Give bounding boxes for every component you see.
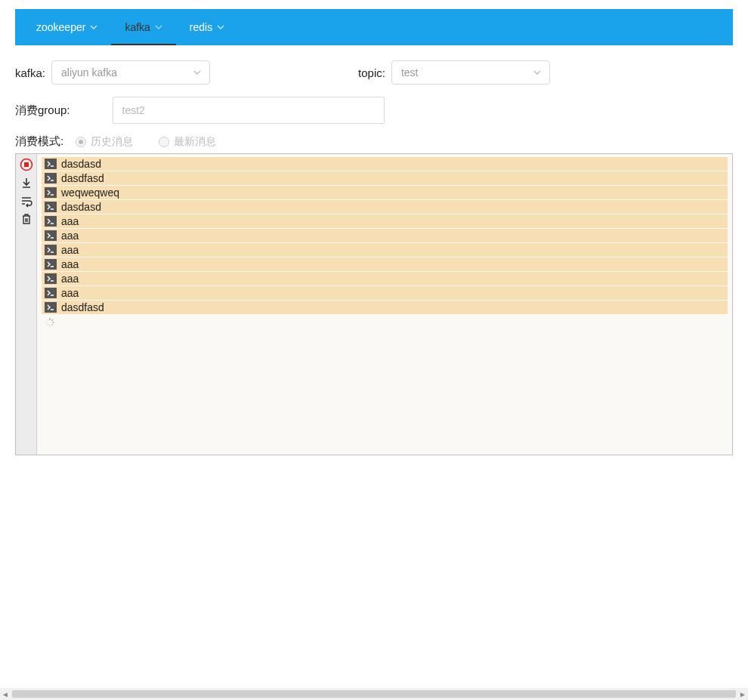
horizontal-scrollbar[interactable]: ◄ ►	[0, 688, 748, 700]
nav-item-kafka[interactable]: kafka	[111, 9, 175, 45]
scroll-down-icon	[20, 176, 33, 190]
top-nav: zookeeper kafka redis	[15, 9, 733, 45]
terminal-icon	[45, 273, 57, 284]
log-message: dasdfasd	[61, 172, 104, 184]
kafka-label: kafka:	[15, 66, 45, 79]
log-row: weqweqweq	[42, 186, 728, 199]
kafka-select-value: aliyun kafka	[61, 66, 117, 79]
svg-rect-1	[24, 162, 29, 167]
radio-latest[interactable]: 最新消息	[159, 135, 216, 149]
nav-item-zookeeper[interactable]: zookeeper	[23, 9, 111, 45]
log-message: dasdasd	[61, 158, 101, 170]
log-message: aaa	[61, 230, 79, 242]
chevron-down-icon	[533, 68, 542, 77]
loading-spinner-icon	[45, 317, 55, 328]
scroll-right-icon[interactable]: ►	[737, 689, 748, 699]
log-message: aaa	[61, 244, 79, 256]
topic-select-value: test	[401, 66, 419, 79]
terminal-icon	[45, 245, 57, 255]
terminal-icon	[45, 202, 57, 212]
terminal-icon	[45, 288, 57, 298]
terminal-icon	[45, 216, 57, 227]
log-row: aaa	[42, 272, 728, 285]
radio-label: 历史消息	[91, 135, 133, 149]
topic-label: topic:	[358, 66, 385, 79]
chevron-down-icon	[217, 23, 224, 31]
log-message: aaa	[61, 273, 79, 285]
nav-label: kafka	[125, 21, 150, 33]
terminal-icon	[45, 259, 57, 270]
log-row: aaa	[42, 257, 728, 271]
trash-icon	[20, 212, 33, 226]
log-message: dasdfasd	[61, 301, 104, 313]
terminal-icon	[45, 159, 57, 169]
radio-label: 最新消息	[174, 135, 216, 149]
console-body[interactable]: dasdasddasdfasdweqweqweqdasdasdaaaaaaaaa…	[37, 154, 732, 455]
log-row: dasdfasd	[42, 171, 728, 185]
console-toolbar	[16, 154, 37, 455]
log-row: dasdfasd	[42, 301, 728, 314]
group-label: 消费group:	[15, 103, 70, 118]
log-row: aaa	[42, 229, 728, 242]
nav-label: zookeeper	[36, 21, 85, 33]
log-row: dasdasd	[42, 200, 728, 214]
chevron-down-icon	[155, 23, 162, 31]
stop-icon	[20, 158, 33, 171]
svg-line-9	[47, 319, 48, 321]
scroll-down-button[interactable]	[18, 175, 35, 190]
svg-line-5	[51, 324, 53, 325]
log-message: aaa	[61, 215, 79, 227]
log-row: aaa	[42, 243, 728, 257]
radio-icon	[159, 137, 169, 147]
log-message: dasdasd	[61, 201, 101, 213]
clear-button[interactable]	[18, 211, 35, 227]
mode-row: 消费模式: 历史消息 最新消息	[15, 134, 733, 149]
scrollbar-track[interactable]	[12, 690, 736, 698]
nav-label: redis	[190, 21, 212, 33]
radio-icon	[76, 137, 86, 147]
terminal-icon	[45, 230, 57, 241]
log-message: weqweqweq	[61, 187, 119, 199]
console: dasdasddasdfasdweqweqweqdasdasdaaaaaaaaa…	[15, 153, 733, 455]
radio-history[interactable]: 历史消息	[76, 135, 133, 149]
mode-label: 消费模式:	[15, 134, 63, 149]
svg-line-7	[47, 324, 48, 325]
log-row: dasdasd	[42, 157, 728, 171]
kafka-select[interactable]: aliyun kafka	[51, 60, 210, 85]
log-message: aaa	[61, 287, 79, 299]
kafka-topic-row: kafka: aliyun kafka topic: test	[15, 60, 733, 85]
scroll-left-icon[interactable]: ◄	[0, 689, 11, 699]
log-message: aaa	[61, 258, 79, 270]
svg-line-3	[51, 319, 53, 321]
terminal-icon	[45, 173, 57, 183]
topic-select[interactable]: test	[391, 60, 550, 85]
log-row: aaa	[42, 286, 728, 300]
stop-button[interactable]	[18, 157, 35, 172]
terminal-icon	[45, 187, 57, 198]
group-input[interactable]	[113, 97, 385, 124]
wrap-button[interactable]	[18, 193, 35, 208]
chevron-down-icon	[90, 23, 97, 31]
wrap-icon	[20, 194, 33, 208]
chevron-down-icon	[193, 68, 202, 77]
nav-item-redis[interactable]: redis	[176, 9, 238, 45]
log-row: aaa	[42, 214, 728, 228]
terminal-icon	[45, 302, 57, 313]
group-row: 消费group:	[15, 97, 733, 124]
